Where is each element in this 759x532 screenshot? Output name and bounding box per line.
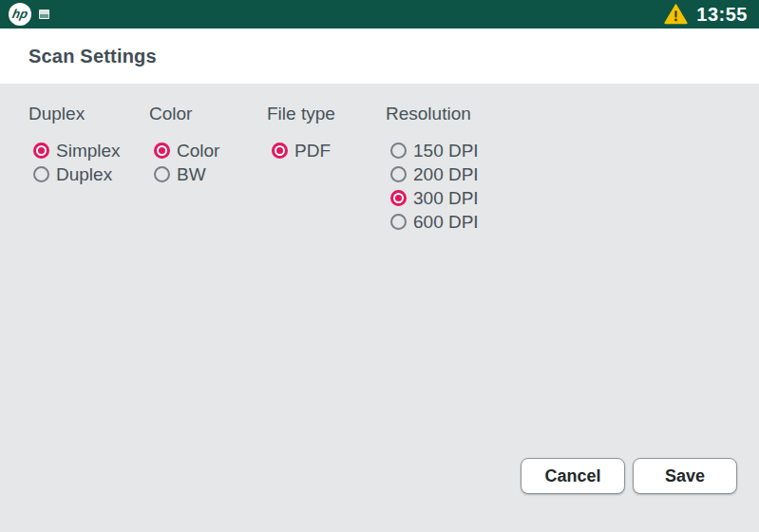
radio-label: 600 DPI [413,212,479,233]
radio-option-duplex[interactable]: Duplex [28,162,149,186]
radio-label: Color [177,141,219,162]
radio-option-simplex[interactable]: Simplex [28,139,149,162]
setting-group-filetype: File type PDF [267,104,386,234]
radio-icon[interactable] [390,214,407,230]
setting-group-resolution: Resolution 150 DPI 200 DPI 300 DPI 600 D… [386,104,576,234]
radio-icon[interactable] [390,166,407,182]
radio-icon[interactable] [154,166,170,182]
group-label: Duplex [28,104,149,124]
setting-group-color: Color Color BW [149,104,267,234]
radio-label: BW [177,164,206,185]
radio-option-pdf[interactable]: PDF [267,139,386,162]
topbar-status-area: 13:55 [664,4,748,26]
topbar: hp 13:55 [0,0,759,28]
radio-label: Simplex [56,141,121,162]
warning-icon[interactable] [664,4,688,25]
hp-logo-icon: hp [9,3,31,26]
settings-groups-row: Duplex Simplex Duplex Color Color BW [0,84,759,234]
setting-group-duplex: Duplex Simplex Duplex [28,104,149,234]
radio-label: Duplex [56,164,112,185]
radio-option-color[interactable]: Color [149,139,267,162]
radio-icon[interactable] [272,142,288,159]
title-band: Scan Settings [0,28,759,84]
group-label: Resolution [386,104,576,124]
radio-icon[interactable] [33,142,49,159]
radio-icon[interactable] [390,190,407,206]
radio-label: 300 DPI [413,188,479,209]
group-label: File type [267,104,386,124]
page-title: Scan Settings [28,46,157,67]
cancel-button[interactable]: Cancel [521,458,625,494]
group-label: Color [149,104,267,124]
radio-option-150dpi[interactable]: 150 DPI [386,139,576,162]
radio-icon[interactable] [390,142,407,159]
radio-label: 200 DPI [413,164,479,185]
radio-option-bw[interactable]: BW [149,162,267,186]
action-buttons: Cancel Save [521,458,737,494]
network-status-icon [39,10,49,19]
radio-label: PDF [294,141,331,162]
radio-icon[interactable] [154,142,170,159]
radio-option-200dpi[interactable]: 200 DPI [386,162,576,186]
clock-time: 13:55 [696,4,748,26]
radio-icon[interactable] [33,166,49,182]
radio-option-300dpi[interactable]: 300 DPI [386,186,576,210]
radio-label: 150 DPI [413,141,479,162]
radio-option-600dpi[interactable]: 600 DPI [386,210,576,234]
save-button[interactable]: Save [633,458,737,494]
hp-logo-text: hp [10,8,28,22]
